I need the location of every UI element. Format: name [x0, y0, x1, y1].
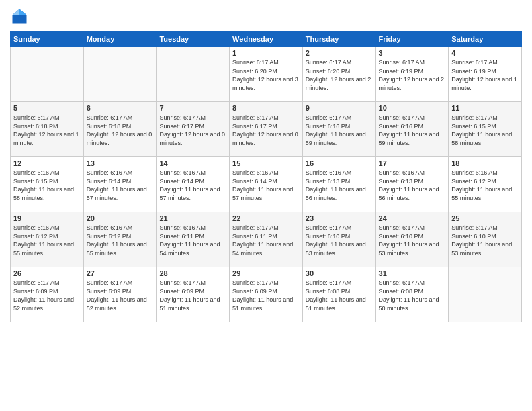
- weekday-header-wednesday: Wednesday: [230, 32, 303, 47]
- day-cell: 13Sunrise: 6:16 AM Sunset: 6:14 PM Dayli…: [83, 157, 157, 212]
- day-cell: 9Sunrise: 6:17 AM Sunset: 6:16 PM Daylig…: [302, 102, 375, 157]
- day-info: Sunrise: 6:17 AM Sunset: 6:09 PM Dayligh…: [87, 279, 154, 312]
- day-number: 16: [306, 159, 373, 167]
- day-number: 31: [379, 269, 446, 277]
- day-number: 27: [87, 269, 154, 277]
- day-cell: 14Sunrise: 6:16 AM Sunset: 6:14 PM Dayli…: [157, 157, 230, 212]
- day-cell: 6Sunrise: 6:17 AM Sunset: 6:18 PM Daylig…: [83, 102, 157, 157]
- day-number: 14: [159, 159, 226, 167]
- day-info: Sunrise: 6:17 AM Sunset: 6:09 PM Dayligh…: [232, 279, 300, 312]
- day-info: Sunrise: 6:17 AM Sunset: 6:20 PM Dayligh…: [306, 58, 373, 92]
- svg-marker-2: [13, 9, 20, 15]
- day-number: 1: [232, 49, 300, 57]
- day-number: 7: [159, 104, 226, 112]
- day-number: 28: [159, 269, 226, 277]
- day-cell: 5Sunrise: 6:17 AM Sunset: 6:18 PM Daylig…: [11, 102, 84, 157]
- calendar-table: SundayMondayTuesdayWednesdayThursdayFrid…: [10, 31, 522, 322]
- day-number: 17: [379, 159, 446, 167]
- day-number: 25: [451, 214, 519, 222]
- day-cell: 20Sunrise: 6:16 AM Sunset: 6:12 PM Dayli…: [83, 212, 157, 267]
- day-cell: [11, 47, 84, 102]
- day-info: Sunrise: 6:17 AM Sunset: 6:17 PM Dayligh…: [159, 113, 226, 147]
- day-cell: 26Sunrise: 6:17 AM Sunset: 6:09 PM Dayli…: [11, 267, 84, 322]
- day-info: Sunrise: 6:17 AM Sunset: 6:15 PM Dayligh…: [451, 113, 519, 147]
- day-number: 20: [87, 214, 154, 222]
- weekday-header-saturday: Saturday: [449, 32, 522, 47]
- day-info: Sunrise: 6:16 AM Sunset: 6:13 PM Dayligh…: [379, 169, 446, 202]
- header: [10, 7, 522, 26]
- day-number: 10: [379, 104, 446, 112]
- day-cell: 12Sunrise: 6:16 AM Sunset: 6:15 PM Dayli…: [11, 157, 84, 212]
- day-number: 4: [451, 49, 519, 57]
- weekday-header-row: SundayMondayTuesdayWednesdayThursdayFrid…: [11, 32, 522, 47]
- day-info: Sunrise: 6:16 AM Sunset: 6:14 PM Dayligh…: [159, 169, 226, 202]
- day-cell: 27Sunrise: 6:17 AM Sunset: 6:09 PM Dayli…: [83, 267, 157, 322]
- day-number: 11: [451, 104, 519, 112]
- day-number: 9: [306, 104, 373, 112]
- logo: [10, 7, 32, 26]
- day-number: 26: [13, 269, 81, 277]
- day-cell: 25Sunrise: 6:17 AM Sunset: 6:10 PM Dayli…: [449, 212, 522, 267]
- day-cell: 31Sunrise: 6:17 AM Sunset: 6:08 PM Dayli…: [375, 267, 449, 322]
- day-cell: 29Sunrise: 6:17 AM Sunset: 6:09 PM Dayli…: [230, 267, 303, 322]
- day-info: Sunrise: 6:17 AM Sunset: 6:20 PM Dayligh…: [232, 58, 300, 92]
- day-cell: 15Sunrise: 6:16 AM Sunset: 6:14 PM Dayli…: [230, 157, 303, 212]
- week-row-1: 1Sunrise: 6:17 AM Sunset: 6:20 PM Daylig…: [11, 47, 522, 102]
- day-info: Sunrise: 6:16 AM Sunset: 6:11 PM Dayligh…: [159, 224, 226, 257]
- day-cell: 3Sunrise: 6:17 AM Sunset: 6:19 PM Daylig…: [375, 47, 449, 102]
- day-cell: 30Sunrise: 6:17 AM Sunset: 6:08 PM Dayli…: [302, 267, 375, 322]
- day-info: Sunrise: 6:17 AM Sunset: 6:09 PM Dayligh…: [159, 279, 226, 312]
- page: SundayMondayTuesdayWednesdayThursdayFrid…: [0, 0, 532, 411]
- day-info: Sunrise: 6:17 AM Sunset: 6:16 PM Dayligh…: [379, 113, 446, 147]
- day-info: Sunrise: 6:16 AM Sunset: 6:12 PM Dayligh…: [13, 224, 81, 257]
- day-cell: 23Sunrise: 6:17 AM Sunset: 6:10 PM Dayli…: [302, 212, 375, 267]
- day-info: Sunrise: 6:17 AM Sunset: 6:10 PM Dayligh…: [451, 224, 519, 257]
- day-cell: [449, 267, 522, 322]
- day-info: Sunrise: 6:17 AM Sunset: 6:18 PM Dayligh…: [87, 113, 154, 147]
- day-cell: 10Sunrise: 6:17 AM Sunset: 6:16 PM Dayli…: [375, 102, 449, 157]
- day-number: 15: [232, 159, 300, 167]
- week-row-4: 19Sunrise: 6:16 AM Sunset: 6:12 PM Dayli…: [11, 212, 522, 267]
- day-info: Sunrise: 6:17 AM Sunset: 6:17 PM Dayligh…: [232, 113, 300, 147]
- day-cell: 4Sunrise: 6:17 AM Sunset: 6:19 PM Daylig…: [449, 47, 522, 102]
- day-number: 3: [379, 49, 446, 57]
- day-info: Sunrise: 6:17 AM Sunset: 6:08 PM Dayligh…: [379, 279, 446, 312]
- day-cell: 16Sunrise: 6:16 AM Sunset: 6:13 PM Dayli…: [302, 157, 375, 212]
- day-number: 8: [232, 104, 300, 112]
- day-cell: 17Sunrise: 6:16 AM Sunset: 6:13 PM Dayli…: [375, 157, 449, 212]
- logo-icon: [10, 7, 29, 26]
- day-cell: 11Sunrise: 6:17 AM Sunset: 6:15 PM Dayli…: [449, 102, 522, 157]
- day-info: Sunrise: 6:17 AM Sunset: 6:18 PM Dayligh…: [13, 113, 81, 147]
- weekday-header-thursday: Thursday: [302, 32, 375, 47]
- day-cell: 7Sunrise: 6:17 AM Sunset: 6:17 PM Daylig…: [157, 102, 230, 157]
- day-number: 5: [13, 104, 81, 112]
- day-cell: 8Sunrise: 6:17 AM Sunset: 6:17 PM Daylig…: [230, 102, 303, 157]
- day-info: Sunrise: 6:16 AM Sunset: 6:13 PM Dayligh…: [306, 169, 373, 202]
- week-row-3: 12Sunrise: 6:16 AM Sunset: 6:15 PM Dayli…: [11, 157, 522, 212]
- weekday-header-tuesday: Tuesday: [157, 32, 230, 47]
- day-cell: 24Sunrise: 6:17 AM Sunset: 6:10 PM Dayli…: [375, 212, 449, 267]
- day-info: Sunrise: 6:17 AM Sunset: 6:11 PM Dayligh…: [232, 224, 300, 257]
- day-info: Sunrise: 6:17 AM Sunset: 6:10 PM Dayligh…: [306, 224, 373, 257]
- day-info: Sunrise: 6:17 AM Sunset: 6:19 PM Dayligh…: [379, 58, 446, 92]
- day-cell: 19Sunrise: 6:16 AM Sunset: 6:12 PM Dayli…: [11, 212, 84, 267]
- day-info: Sunrise: 6:17 AM Sunset: 6:08 PM Dayligh…: [306, 279, 373, 312]
- day-number: 19: [13, 214, 81, 222]
- day-cell: 18Sunrise: 6:16 AM Sunset: 6:12 PM Dayli…: [449, 157, 522, 212]
- day-number: 18: [451, 159, 519, 167]
- svg-marker-1: [19, 9, 27, 15]
- day-number: 23: [306, 214, 373, 222]
- day-number: 24: [379, 214, 446, 222]
- weekday-header-monday: Monday: [83, 32, 157, 47]
- day-info: Sunrise: 6:17 AM Sunset: 6:09 PM Dayligh…: [13, 279, 81, 312]
- day-cell: 22Sunrise: 6:17 AM Sunset: 6:11 PM Dayli…: [230, 212, 303, 267]
- week-row-5: 26Sunrise: 6:17 AM Sunset: 6:09 PM Dayli…: [11, 267, 522, 322]
- day-number: 29: [232, 269, 300, 277]
- day-info: Sunrise: 6:16 AM Sunset: 6:15 PM Dayligh…: [13, 169, 81, 202]
- day-info: Sunrise: 6:17 AM Sunset: 6:19 PM Dayligh…: [451, 58, 519, 92]
- day-cell: [83, 47, 157, 102]
- day-info: Sunrise: 6:16 AM Sunset: 6:12 PM Dayligh…: [451, 169, 519, 202]
- day-info: Sunrise: 6:17 AM Sunset: 6:16 PM Dayligh…: [306, 113, 373, 147]
- day-number: 12: [13, 159, 81, 167]
- day-info: Sunrise: 6:16 AM Sunset: 6:14 PM Dayligh…: [232, 169, 300, 202]
